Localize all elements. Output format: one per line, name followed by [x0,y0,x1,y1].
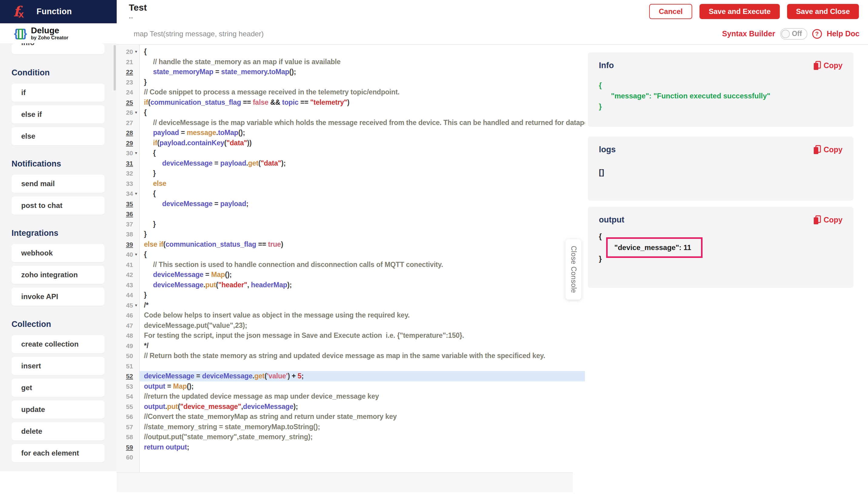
sidebar-item-create-collection[interactable]: create collection [12,335,105,353]
code-line-56: 56//Convert the state_memoryMap as strin… [117,412,585,422]
function-title-wrap: Test .. [117,0,147,23]
code-text: // handle the state_memory as an map if … [140,57,585,67]
line-number-link[interactable]: 29 [126,138,133,148]
line-number: 57 [126,422,133,432]
info-card-title: Info [599,61,614,70]
line-number-link[interactable]: 22 [126,67,133,77]
line-number-link[interactable]: 25 [126,97,133,108]
logs-copy-button[interactable]: Copy [813,145,843,154]
code-line-20: 20▾{ [117,46,585,57]
line-number-link[interactable]: 36 [126,209,133,219]
code-text: payload = message.toMap(); [140,128,585,138]
code-text [140,452,585,462]
line-number: 56 [126,412,133,422]
line-number: 47 [126,321,133,331]
code-line-32: 32} [117,168,585,178]
code-line-26: 26▾{ [117,108,585,118]
line-number: 42 [126,270,133,280]
fold-arrow-icon[interactable]: ▾ [133,189,139,199]
code-text: */ [140,341,585,351]
sidebar-scrollbar[interactable] [114,45,116,91]
close-console-tab[interactable]: Close Console [565,239,581,300]
function-signature: map Test(string message, string header) [117,30,264,38]
line-number: 40 [126,249,133,260]
save-and-execute-button[interactable]: Save and Execute [700,4,779,19]
code-text: if(communication_status_flag == false &&… [140,97,585,108]
fold-arrow-icon[interactable]: ▾ [133,249,139,260]
sidebar-item-send-mail[interactable]: send mail [12,175,105,193]
brand-name: Deluge [31,26,69,35]
code-text: if(payload.containKey("data")) [140,138,585,148]
code-editor[interactable]: 20▾{21// handle the state_memory as an m… [117,45,585,472]
line-number: 33 [126,178,133,189]
save-and-close-button[interactable]: Save and Close [787,4,859,19]
code-text: } [140,219,585,229]
cancel-button[interactable]: Cancel [649,4,692,19]
sidebar-item-for-each-element[interactable]: for each element [12,444,105,462]
info-copy-button[interactable]: Copy [813,61,843,70]
line-number: 38 [126,229,133,240]
copy-label: Copy [824,61,843,70]
code-text: Code below helps to insert value as obje… [140,310,585,321]
code-text: deviceMessage.put("value",23); [140,321,585,331]
sidebar-item-zoho-integration[interactable]: zoho integration [12,266,105,284]
sidebar-item-if[interactable]: if [12,83,105,102]
code-line-36: 36 [117,209,585,219]
code-line-41: 41// This section is used to handle conn… [117,260,585,270]
line-number-link[interactable]: 59 [126,442,133,453]
code-text: deviceMessage = payload.get("data"); [140,158,585,169]
code-text: // deviceMessage is the map variable whi… [140,118,585,128]
code-line-60: 60 [117,452,585,462]
line-number-link[interactable]: 31 [126,158,133,169]
syntax-builder-toggle[interactable]: Off [780,28,808,40]
code-text: { [140,46,585,57]
code-text: { [140,189,585,199]
code-line-35: 35deviceMessage = payload; [117,199,585,209]
line-number: 54 [126,392,133,402]
line-number-link[interactable]: 39 [126,240,133,250]
line-number-link[interactable]: 52 [126,371,133,381]
line-number-link[interactable]: 35 [126,199,133,209]
sidebar-item-get[interactable]: get [12,379,105,397]
line-number-link[interactable]: 28 [126,128,133,138]
code-line-25: 25if(communication_status_flag == false … [117,97,585,108]
widget-sidebar: info Conditionifelse ifelseNotifications… [0,43,117,471]
code-rows: 20▾{21// handle the state_memory as an m… [117,45,585,462]
code-text: else if(communication_status_flag == tru… [140,240,585,250]
code-line-23: 23} [117,77,585,88]
copy-label: Copy [824,145,843,154]
sidebar-item-delete[interactable]: delete [12,422,105,440]
code-text: deviceMessage.put("header", headerMap); [140,280,585,290]
code-text: state_memoryMap = state_memory.toMap(); [140,67,585,77]
fold-arrow-icon[interactable]: ▾ [133,300,139,310]
output-copy-button[interactable]: Copy [813,215,843,225]
output-card-title: output [599,215,624,225]
fold-arrow-icon[interactable]: ▾ [133,148,139,158]
toggle-knob-icon [781,30,790,38]
sidebar-item-webhook[interactable]: webhook [12,244,105,262]
code-line-22: 22state_memoryMap = state_memory.toMap()… [117,67,585,77]
app-header: fx Function [0,0,117,23]
code-line-58: 58//output.put("state_memory",state_memo… [117,432,585,442]
sidebar-item-post-to-chat[interactable]: post to chat [12,196,105,215]
code-line-54: 54//return the updated device message as… [117,392,585,402]
help-question-icon[interactable]: ? [812,29,822,39]
sidebar-item-invoke-api[interactable]: invoke API [12,288,105,306]
help-doc-link[interactable]: Help Doc [827,30,860,38]
sidebar-item-else[interactable]: else [12,127,105,145]
line-number: 24 [126,87,133,97]
sidebar-item-update[interactable]: update [12,400,105,419]
fold-arrow-icon[interactable]: ▾ [133,108,139,118]
sidebar-item-else-if[interactable]: else if [12,105,105,124]
editor-horizontal-scroll-track[interactable] [117,472,573,492]
code-line-49: 49*/ [117,341,585,351]
line-number: 51 [126,361,133,372]
editor-subheader: map Test(string message, string header) … [117,23,868,45]
sidebar-item-info-partial[interactable]: info [12,43,105,54]
fold-arrow-icon[interactable]: ▾ [133,46,139,57]
logs-card: logs Copy [] [588,136,853,201]
code-line-52: 52deviceMessage = deviceMessage.get('val… [117,371,585,381]
code-text: { [140,148,585,158]
sidebar-item-insert[interactable]: insert [12,357,105,375]
code-line-21: 21// handle the state_memory as an map i… [117,57,585,67]
